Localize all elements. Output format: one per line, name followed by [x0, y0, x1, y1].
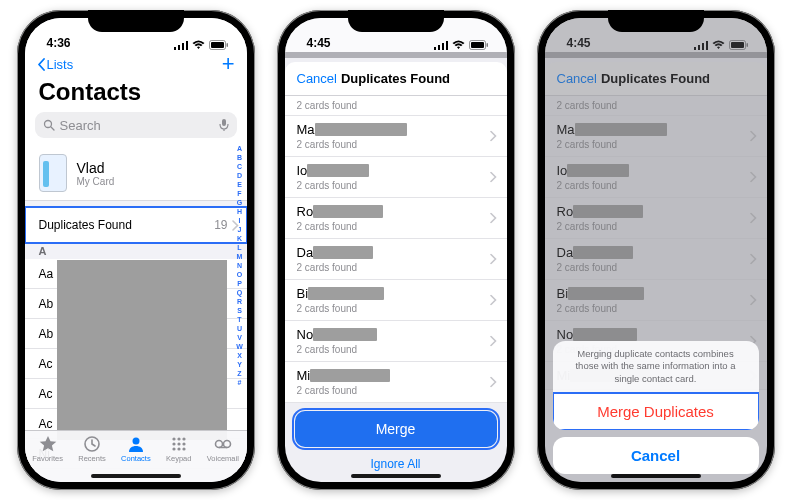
modal-header: Cancel Duplicates Found — [285, 62, 507, 96]
contact-name-prefix: Io — [557, 163, 568, 178]
duplicate-item[interactable]: Ma2 cards found — [285, 116, 507, 157]
chevron-right-icon — [750, 172, 757, 183]
ignore-all-button[interactable]: Ignore All — [285, 451, 507, 473]
contact-name-prefix: No — [557, 327, 574, 342]
home-indicator[interactable] — [351, 474, 441, 478]
redaction-mask — [573, 246, 633, 259]
sheet-cancel-button[interactable]: Cancel — [553, 437, 759, 474]
duplicate-item[interactable]: Io2 cards found — [285, 157, 507, 198]
duplicate-item[interactable]: Da2 cards found — [285, 239, 507, 280]
tab-favorites[interactable]: Favorites — [32, 435, 63, 463]
svg-rect-26 — [442, 43, 444, 50]
tab-voicemail[interactable]: Voicemail — [207, 435, 239, 463]
signal-icon — [694, 40, 708, 50]
status-icons — [694, 40, 749, 50]
home-indicator[interactable] — [611, 474, 701, 478]
index-letter[interactable]: E — [237, 180, 242, 189]
index-letter[interactable]: Y — [237, 360, 242, 369]
index-letter[interactable]: O — [237, 270, 242, 279]
index-letter[interactable]: Q — [237, 288, 242, 297]
redaction-mask — [308, 287, 384, 300]
duplicate-item[interactable]: Mi2 cards found — [285, 362, 507, 403]
svg-point-7 — [44, 121, 51, 128]
redaction-mask — [310, 369, 390, 382]
index-letter[interactable]: T — [237, 315, 241, 324]
index-letter[interactable]: W — [236, 342, 243, 351]
index-letter[interactable]: A — [237, 144, 242, 153]
wifi-icon — [192, 40, 205, 50]
duplicate-item[interactable]: Ro2 cards found — [285, 198, 507, 239]
tab-keypad[interactable]: Keypad — [166, 435, 191, 463]
index-letter[interactable]: J — [238, 225, 242, 234]
cards-found-label: 2 cards found — [297, 385, 495, 396]
home-indicator[interactable] — [91, 474, 181, 478]
index-letter[interactable]: G — [237, 198, 242, 207]
cards-found-label: 2 cards found — [297, 221, 495, 232]
svg-point-18 — [172, 447, 175, 450]
index-letter[interactable]: F — [237, 189, 241, 198]
svg-point-16 — [177, 442, 180, 445]
cards-found-label: 2 cards found — [297, 180, 495, 191]
merge-duplicates-button[interactable]: Merge Duplicates — [553, 393, 759, 430]
index-letter[interactable]: D — [237, 171, 242, 180]
contact-name-prefix: Io — [297, 163, 308, 178]
index-letter[interactable]: C — [237, 162, 242, 171]
index-letter[interactable]: U — [237, 324, 242, 333]
chevron-right-icon — [750, 131, 757, 142]
modal-title: Duplicates Found — [601, 71, 710, 86]
mic-icon[interactable] — [219, 118, 229, 132]
index-letter[interactable]: X — [237, 351, 242, 360]
index-letter[interactable]: I — [239, 216, 241, 225]
duplicate-item[interactable]: No2 cards found — [285, 321, 507, 362]
tab-contacts[interactable]: Contacts — [121, 435, 151, 463]
svg-rect-33 — [702, 43, 704, 50]
index-letter[interactable]: Z — [237, 369, 241, 378]
svg-rect-6 — [226, 43, 228, 47]
index-letter[interactable]: L — [237, 243, 241, 252]
index-letter[interactable]: M — [237, 252, 243, 261]
cards-found-label: 2 cards found — [297, 303, 495, 314]
status-time: 4:36 — [47, 36, 71, 50]
index-letter[interactable]: N — [237, 261, 242, 270]
duplicates-list[interactable]: 2 cards foundMa2 cards foundIo2 cards fo… — [285, 96, 507, 403]
index-letter[interactable]: V — [237, 333, 242, 342]
back-button[interactable]: Lists — [37, 57, 74, 72]
index-letter[interactable]: H — [237, 207, 242, 216]
list-item[interactable]: 2 cards found — [285, 96, 507, 116]
search-placeholder: Search — [60, 118, 101, 133]
svg-rect-34 — [706, 41, 708, 50]
redaction-mask — [313, 328, 377, 341]
cancel-button[interactable]: Cancel — [297, 71, 337, 86]
index-letter[interactable]: # — [238, 378, 242, 387]
redaction-mask — [573, 205, 643, 218]
index-letter[interactable]: R — [237, 297, 242, 306]
tab-recents[interactable]: Recents — [78, 435, 106, 463]
index-bar[interactable]: ABCDEFGHIJKLMNOPQRSTUVWXYZ# — [235, 144, 245, 387]
cancel-button[interactable]: Cancel — [557, 71, 597, 86]
my-card[interactable]: Vlad My Card — [25, 146, 247, 201]
svg-point-17 — [182, 442, 185, 445]
back-label: Lists — [47, 57, 74, 72]
duplicates-found-row[interactable]: Duplicates Found 19 — [25, 207, 247, 243]
add-contact-button[interactable]: + — [222, 53, 235, 75]
modal-title: Duplicates Found — [341, 71, 450, 86]
redaction-mask — [575, 123, 667, 136]
index-letter[interactable]: P — [237, 279, 242, 288]
search-input[interactable]: Search — [35, 112, 237, 138]
index-letter[interactable]: B — [237, 153, 242, 162]
merge-button[interactable]: Merge — [295, 411, 497, 447]
chevron-right-icon — [750, 213, 757, 224]
section-header: A — [25, 243, 247, 259]
duplicates-label: Duplicates Found — [39, 218, 132, 232]
nav-bar: Lists + — [25, 52, 247, 78]
index-letter[interactable]: K — [237, 234, 242, 243]
svg-point-13 — [177, 437, 180, 440]
duplicate-item: Ma2 cards found — [545, 116, 767, 157]
cards-found-label: 2 cards found — [297, 262, 495, 273]
redaction-mask — [57, 260, 227, 440]
duplicate-item[interactable]: Bi2 cards found — [285, 280, 507, 321]
contact-name-prefix: Mi — [297, 368, 311, 383]
chevron-right-icon — [490, 254, 497, 265]
index-letter[interactable]: S — [237, 306, 242, 315]
notch — [88, 10, 184, 32]
